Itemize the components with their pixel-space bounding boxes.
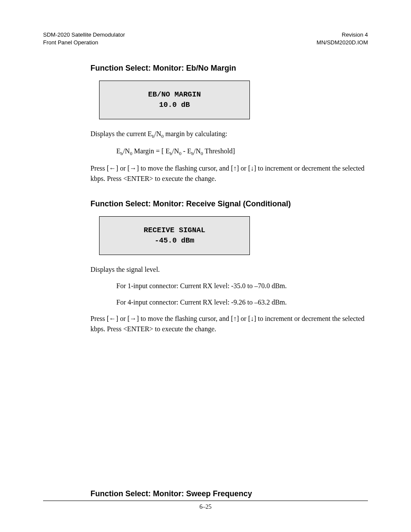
display-line1: RECEIVE SIGNAL bbox=[104, 225, 245, 236]
text: ] to move the flashing cursor, and [ bbox=[137, 315, 233, 322]
page-footer: 6–25 bbox=[43, 501, 368, 510]
section2-heading: Function Select: Monitor: Receive Signal… bbox=[90, 199, 368, 208]
display-line2: -45.0 dBm bbox=[104, 236, 245, 246]
page-content: Function Select: Monitor: Eb/No Margin E… bbox=[90, 64, 368, 498]
arrow-left-icon: ← bbox=[109, 165, 116, 172]
text: ] to move the flashing cursor, and [ bbox=[137, 165, 233, 172]
header-docid: MN/SDM2020D.IOM bbox=[317, 39, 368, 47]
arrow-right-icon: → bbox=[130, 315, 137, 322]
header-subtitle: Front Panel Operation bbox=[43, 39, 125, 47]
section1-formula: Eb/N0 Margin = [ Eb/N0 - Eb/N0 Threshold… bbox=[116, 146, 368, 157]
display-box-ebno: EB/NO MARGIN 10.0 dB bbox=[99, 81, 250, 119]
section1-instruction: Press [←] or [→] to move the flashing cu… bbox=[90, 163, 368, 184]
header-revision: Revision 4 bbox=[317, 31, 368, 39]
text: /N bbox=[154, 130, 161, 137]
header-left: SDM-2020 Satellite Demodulator Front Pan… bbox=[43, 31, 125, 47]
header-right: Revision 4 MN/SDM2020D.IOM bbox=[317, 31, 368, 47]
text: Threshold] bbox=[203, 147, 235, 155]
section2-instruction: Press [←] or [→] to move the flashing cu… bbox=[90, 314, 368, 334]
text: margin by calculating: bbox=[164, 130, 227, 137]
display-line1: EB/NO MARGIN bbox=[104, 90, 245, 100]
text: - E bbox=[181, 147, 191, 155]
page-header: SDM-2020 Satellite Demodulator Front Pan… bbox=[43, 31, 368, 47]
display-box-receive: RECEIVE SIGNAL -45.0 dBm bbox=[99, 216, 250, 255]
text: E bbox=[116, 147, 121, 155]
text: Press [ bbox=[90, 165, 109, 172]
text: ] or [ bbox=[237, 165, 250, 172]
arrow-left-icon: ← bbox=[109, 315, 116, 322]
text: /N bbox=[172, 147, 179, 155]
text: /N bbox=[194, 147, 201, 155]
text: Press [ bbox=[90, 315, 109, 322]
text: ] or [ bbox=[116, 165, 130, 172]
section2-para2: For 1-input connector: Current RX level:… bbox=[116, 281, 368, 291]
header-title: SDM-2020 Satellite Demodulator bbox=[43, 31, 125, 39]
section3-heading: Function Select: Monitor: Sweep Frequenc… bbox=[90, 489, 368, 498]
section1-para1: Displays the current Eb/N0 margin by cal… bbox=[90, 129, 368, 140]
text: ] or [ bbox=[237, 315, 250, 322]
arrow-right-icon: → bbox=[130, 165, 137, 172]
text: /N bbox=[123, 147, 130, 155]
text: ] or [ bbox=[116, 315, 130, 322]
section2-para1: Displays the signal level. bbox=[90, 264, 368, 275]
text: Displays the current E bbox=[90, 130, 152, 137]
text: Margin = [ E bbox=[132, 147, 170, 155]
page-number: 6–25 bbox=[199, 504, 212, 510]
display-line2: 10.0 dB bbox=[104, 100, 245, 110]
section2-para3: For 4-input connector: Current RX level:… bbox=[116, 297, 368, 308]
section1-heading: Function Select: Monitor: Eb/No Margin bbox=[90, 64, 368, 73]
